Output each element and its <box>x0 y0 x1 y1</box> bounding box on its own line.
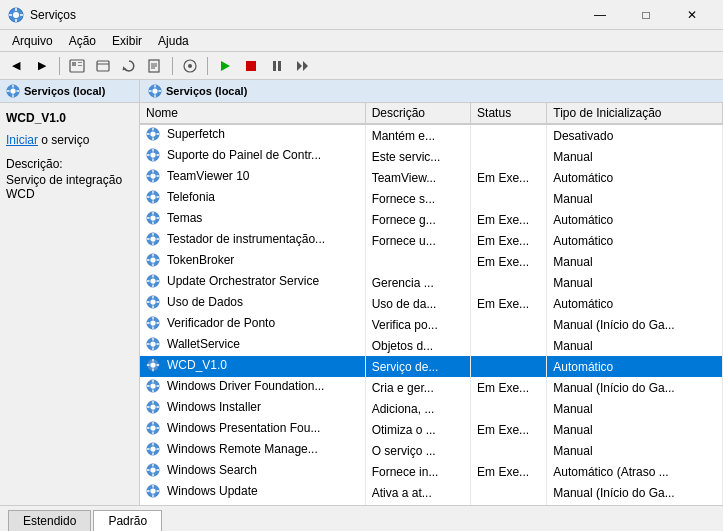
cell-desc: TeamView... <box>365 167 470 188</box>
start-service-link[interactable]: Iniciar <box>6 133 38 147</box>
desc-text: Serviço de integração WCD <box>6 173 133 201</box>
forward-button[interactable]: ▶ <box>30 55 54 77</box>
cell-desc: Verifica po... <box>365 314 470 335</box>
table-row[interactable]: Xbox Accessory Manageme... This servic..… <box>140 503 723 505</box>
menu-acao[interactable]: Ação <box>61 32 104 50</box>
svg-point-44 <box>150 320 155 325</box>
col-header-desc[interactable]: Descrição <box>365 103 470 124</box>
col-header-status[interactable]: Status <box>471 103 547 124</box>
cell-nome: TokenBroker <box>140 251 365 272</box>
table-row[interactable]: WCD_V1.0 Serviço de... Automático <box>140 356 723 377</box>
cell-status: Em Exe... <box>471 377 547 398</box>
cell-desc: Objetos d... <box>365 335 470 356</box>
table-row[interactable]: Windows Search Fornece in... Em Exe... A… <box>140 461 723 482</box>
svg-rect-4 <box>78 62 82 63</box>
svg-point-48 <box>150 362 155 367</box>
table-row[interactable]: TokenBroker Em Exe... Manual <box>140 251 723 272</box>
back-button[interactable]: ◀ <box>4 55 28 77</box>
table-row[interactable]: Superfetch Mantém e... Desativado <box>140 124 723 146</box>
cell-nome: Windows Remote Manage... <box>140 440 365 461</box>
cell-tipo: Automático <box>547 293 723 314</box>
cell-tipo: Manual (Início do Ga... <box>547 377 723 398</box>
table-row[interactable]: TeamViewer 10 TeamView... Em Exe... Auto… <box>140 167 723 188</box>
desc-label: Descrição: <box>6 157 133 171</box>
cell-status <box>471 188 547 209</box>
cell-desc: Mantém e... <box>365 124 470 146</box>
cell-nome: Telefonia <box>140 188 365 209</box>
cell-desc: Serviço de... <box>365 356 470 377</box>
svg-point-50 <box>150 383 155 388</box>
window-title: Serviços <box>30 8 76 22</box>
cell-desc <box>365 251 470 272</box>
menu-ajuda[interactable]: Ajuda <box>150 32 197 50</box>
left-panel-header: Serviços (local) <box>0 80 139 103</box>
left-panel: Serviços (local) WCD_V1.0 Iniciar o serv… <box>0 80 140 505</box>
cell-tipo: Manual (Início do Ga... <box>547 314 723 335</box>
cell-desc: Ativa a at... <box>365 482 470 503</box>
properties-button[interactable] <box>91 55 115 77</box>
svg-point-36 <box>150 236 155 241</box>
svg-point-22 <box>10 88 15 93</box>
table-row[interactable]: WalletService Objetos d... Manual <box>140 335 723 356</box>
cell-nome: Verificador de Ponto <box>140 314 365 335</box>
cell-nome: Windows Installer <box>140 398 365 419</box>
svg-marker-20 <box>303 61 308 71</box>
refresh-button[interactable] <box>117 55 141 77</box>
cell-desc: Uso de da... <box>365 293 470 314</box>
tab-bar: Estendido Padrão <box>0 505 723 531</box>
menu-exibir[interactable]: Exibir <box>104 32 150 50</box>
cell-nome: Windows Driver Foundation... <box>140 377 365 398</box>
start-button[interactable] <box>213 55 237 77</box>
tab-padrao[interactable]: Padrão <box>93 510 162 531</box>
stop-button[interactable] <box>239 55 263 77</box>
service-icon-btn[interactable] <box>178 55 202 77</box>
table-row[interactable]: Verificador de Ponto Verifica po... Manu… <box>140 314 723 335</box>
svg-marker-15 <box>221 61 230 71</box>
col-header-tipo[interactable]: Tipo de Inicialização <box>547 103 723 124</box>
cell-desc: Fornece s... <box>365 188 470 209</box>
cell-tipo: Manual <box>547 251 723 272</box>
table-row[interactable]: Update Orchestrator Service Gerencia ...… <box>140 272 723 293</box>
close-button[interactable]: ✕ <box>669 0 715 30</box>
service-link-container: Iniciar o serviço <box>6 133 133 147</box>
table-row[interactable]: Telefonia Fornece s... Manual <box>140 188 723 209</box>
table-container[interactable]: Nome Descrição Status Tipo de Inicializa… <box>140 103 723 505</box>
svg-point-42 <box>150 299 155 304</box>
cell-tipo: Manual <box>547 188 723 209</box>
table-row[interactable]: Windows Installer Adiciona, ... Manual <box>140 398 723 419</box>
table-row[interactable]: Testador de instrumentação... Fornece u.… <box>140 230 723 251</box>
svg-rect-3 <box>72 62 76 66</box>
restart-button[interactable] <box>291 55 315 77</box>
cell-desc: This servic... <box>365 503 470 505</box>
svg-rect-18 <box>278 61 281 71</box>
pause-button[interactable] <box>265 55 289 77</box>
col-header-nome[interactable]: Nome <box>140 103 365 124</box>
table-row[interactable]: Uso de Dados Uso de da... Em Exe... Auto… <box>140 293 723 314</box>
cell-status <box>471 398 547 419</box>
right-panel-header: Serviços (local) <box>140 80 723 103</box>
table-row[interactable]: Windows Driver Foundation... Cria e ger.… <box>140 377 723 398</box>
right-panel: Serviços (local) Nome Descrição Status T… <box>140 80 723 505</box>
cell-nome: Xbox Accessory Manageme... <box>140 503 365 505</box>
cell-nome: Testador de instrumentação... <box>140 230 365 251</box>
menu-bar: Arquivo Ação Exibir Ajuda <box>0 30 723 52</box>
cell-nome: Superfetch <box>140 124 365 146</box>
table-row[interactable]: Windows Update Ativa a at... Manual (Iní… <box>140 482 723 503</box>
table-row[interactable]: Windows Presentation Fou... Otimiza o ..… <box>140 419 723 440</box>
table-row[interactable]: Temas Fornece g... Em Exe... Automático <box>140 209 723 230</box>
export-button[interactable] <box>143 55 167 77</box>
svg-point-1 <box>13 12 19 18</box>
svg-point-30 <box>150 173 155 178</box>
tab-estendido[interactable]: Estendido <box>8 510 91 531</box>
cell-nome: Suporte do Painel de Contr... <box>140 146 365 167</box>
svg-marker-19 <box>297 61 302 71</box>
maximize-button[interactable]: □ <box>623 0 669 30</box>
minimize-button[interactable]: — <box>577 0 623 30</box>
show-console-button[interactable] <box>65 55 89 77</box>
menu-arquivo[interactable]: Arquivo <box>4 32 61 50</box>
svg-point-26 <box>150 131 155 136</box>
table-row[interactable]: Windows Remote Manage... O serviço ... M… <box>140 440 723 461</box>
cell-status <box>471 482 547 503</box>
svg-point-60 <box>150 488 155 493</box>
table-row[interactable]: Suporte do Painel de Contr... Este servi… <box>140 146 723 167</box>
